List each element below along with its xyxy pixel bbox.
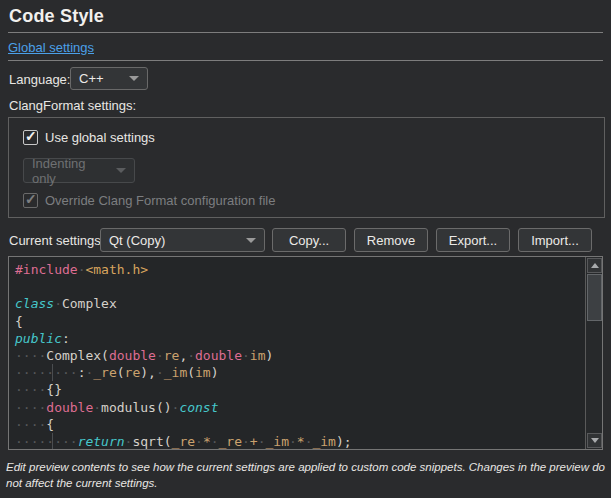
code-line[interactable]: #include·<math.h> (15, 261, 585, 278)
triangle-up-icon (591, 263, 599, 268)
code-line[interactable]: ········:·_re(re),·_im(im) (15, 364, 585, 381)
checkbox-box[interactable]: ✓ (23, 130, 38, 145)
checkmark-icon: ✓ (25, 191, 37, 207)
triangle-down-icon (591, 438, 599, 443)
use-global-settings-checkbox[interactable]: ✓ Use global settings (23, 130, 155, 145)
current-settings-label: Current settings: (9, 233, 104, 248)
scrollbar-thumb[interactable] (587, 274, 602, 321)
scroll-down-button[interactable] (587, 433, 602, 448)
code-preview-content[interactable]: #include·<math.h>class·Complex{public:··… (9, 257, 585, 449)
override-clang-format-checkbox: ✓ Override Clang Format configuration fi… (23, 193, 276, 208)
language-label: Language: (9, 72, 70, 87)
code-line[interactable]: ····Complex(double·re,·double·im) (15, 347, 585, 364)
clangformat-group-box: ✓ Use global settings Indenting only ✓ O… (8, 117, 605, 218)
divider (8, 32, 603, 33)
current-settings-value: Qt (Copy) (109, 233, 165, 248)
code-line[interactable]: { (15, 313, 585, 330)
formatting-mode-value: Indenting only (32, 156, 108, 186)
override-clang-format-label: Override Clang Format configuration file (45, 193, 276, 208)
code-line[interactable]: ········return·sqrt(_re·*·_re·+·_im·*·_i… (15, 433, 585, 449)
export-button[interactable]: Export... (436, 228, 510, 252)
code-line[interactable]: class·Complex (15, 295, 585, 312)
use-global-settings-label: Use global settings (45, 130, 155, 145)
language-dropdown[interactable]: C++ (70, 67, 148, 90)
current-settings-dropdown[interactable]: Qt (Copy) (100, 228, 265, 252)
language-dropdown-value: C++ (79, 71, 104, 86)
scroll-up-button[interactable] (587, 258, 602, 273)
remove-button[interactable]: Remove (354, 228, 428, 252)
formatting-mode-dropdown: Indenting only (23, 158, 135, 183)
code-line[interactable]: public: (15, 330, 585, 347)
vertical-scrollbar[interactable] (585, 257, 602, 449)
footer-description: Edit preview contents to see how the cur… (6, 459, 606, 491)
import-button[interactable]: Import... (518, 228, 592, 252)
code-line[interactable]: ····{ (15, 416, 585, 433)
code-line[interactable] (15, 278, 585, 295)
code-line[interactable]: ····{} (15, 381, 585, 398)
page-title: Code Style (9, 6, 104, 27)
chevron-down-icon (246, 238, 256, 243)
checkbox-box: ✓ (23, 193, 38, 208)
code-preview-editor[interactable]: #include·<math.h>class·Complex{public:··… (8, 256, 603, 450)
divider (8, 60, 603, 61)
global-settings-link[interactable]: Global settings (8, 40, 94, 55)
code-style-settings-page: Code Style Global settings Language: C++… (0, 0, 611, 498)
copy-button[interactable]: Copy... (272, 228, 346, 252)
checkmark-icon: ✓ (25, 128, 37, 144)
chevron-down-icon (129, 76, 139, 81)
indent-guide (52, 364, 53, 381)
clangformat-settings-label: ClangFormat settings: (9, 98, 136, 113)
code-line[interactable]: ····double·modulus()·const (15, 399, 585, 416)
chevron-down-icon (116, 168, 126, 173)
indent-guide (52, 433, 53, 449)
